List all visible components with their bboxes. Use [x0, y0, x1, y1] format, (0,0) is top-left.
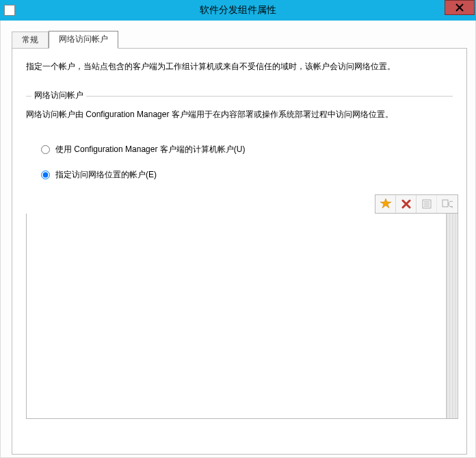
network-access-account-group: 网络访问帐户 网络访问帐户由 Configuration Manager 客户端… [26, 96, 453, 419]
tab-general[interactable]: 常规 [12, 31, 49, 49]
verify-button [437, 195, 458, 213]
radio-label[interactable]: 使用 Configuration Manager 客户端的计算机帐户(U) [55, 144, 245, 155]
option-use-computer-account[interactable]: 使用 Configuration Manager 客户端的计算机帐户(U) [41, 144, 453, 155]
delete-account-button[interactable] [396, 195, 416, 213]
close-icon [455, 3, 464, 12]
properties-button [416, 195, 437, 213]
tab-strip: 常规 网络访问帐户 [12, 31, 467, 48]
group-body: 网络访问帐户由 Configuration Manager 客户端用于在内容部署… [26, 97, 453, 419]
close-button[interactable] [445, 0, 475, 15]
radio-use-computer-account[interactable] [41, 145, 50, 154]
delete-x-icon [401, 199, 411, 209]
accounts-list-content[interactable] [27, 214, 446, 418]
accounts-toolbar [375, 194, 458, 214]
window-title: 软件分发组件属性 [0, 4, 476, 16]
group-explain: 网络访问帐户由 Configuration Manager 客户端用于在内容部署… [26, 109, 453, 120]
accounts-list[interactable] [26, 214, 458, 419]
verify-icon [442, 199, 453, 209]
title-bar: 软件分发组件属性 [0, 0, 476, 21]
properties-icon [422, 199, 432, 209]
new-starburst-icon [380, 199, 391, 209]
page-description: 指定一个帐户，当站点包含的客户端为工作组计算机或来自不受信任的域时，该帐户会访问… [26, 61, 454, 73]
radio-specify-account[interactable] [41, 170, 50, 179]
vertical-scrollbar[interactable] [446, 214, 458, 418]
accounts-toolbar-area [26, 194, 458, 214]
radio-label[interactable]: 指定访问网络位置的帐户(E) [55, 169, 157, 181]
dialog-body: 常规 网络访问帐户 指定一个帐户，当站点包含的客户端为工作组计算机或来自不受信任… [0, 21, 476, 458]
new-account-button[interactable] [375, 195, 396, 213]
tab-label: 网络访问帐户 [59, 34, 108, 44]
tab-page: 指定一个帐户，当站点包含的客户端为工作组计算机或来自不受信任的域时，该帐户会访问… [12, 48, 467, 455]
system-menu-icon[interactable] [4, 5, 15, 16]
svg-marker-0 [380, 199, 391, 208]
tab-label: 常规 [22, 35, 38, 44]
option-specify-account[interactable]: 指定访问网络位置的帐户(E) [41, 169, 453, 181]
tab-network-access-account[interactable]: 网络访问帐户 [49, 31, 118, 49]
group-legend: 网络访问帐户 [31, 90, 86, 101]
svg-rect-5 [442, 200, 448, 207]
